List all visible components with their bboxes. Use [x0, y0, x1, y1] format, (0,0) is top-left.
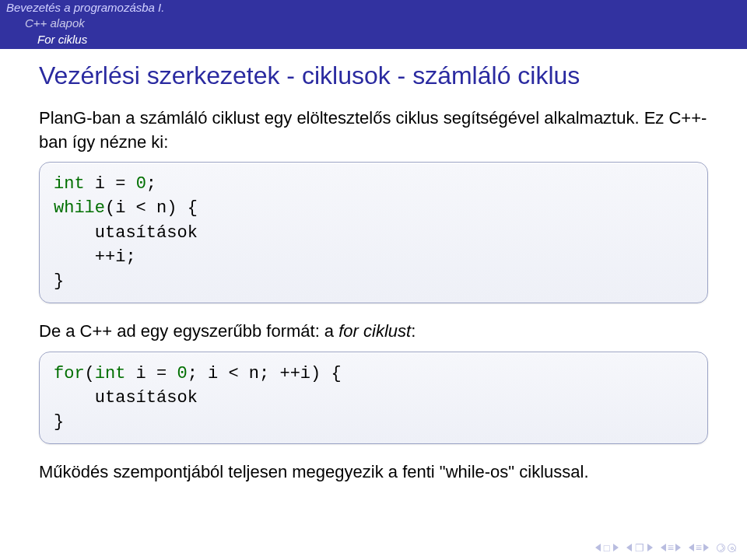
literal-0: 0 — [136, 174, 146, 194]
nav-next-frame-icon — [647, 544, 653, 551]
keyword-for: for — [54, 364, 85, 383]
code-block-2: for(int i = 0; i < n; ++i) { utasítások … — [39, 352, 708, 445]
beamer-nav: □ ❐ ≡ ≡ — [595, 541, 736, 554]
code-text: } — [54, 412, 64, 432]
header-line-2: C++ alapok — [6, 16, 741, 31]
code-text: i = — [85, 174, 136, 194]
code-text: ( — [85, 364, 95, 383]
nav-next-slide-icon — [613, 544, 619, 551]
keyword-int: int — [54, 174, 85, 194]
nav-subsection-icon: ≡ — [696, 541, 702, 554]
paragraph-3: Működés szempontjából teljesen megegyezi… — [39, 460, 708, 484]
code-block-1: int i = 0; while(i < n) { utasítások ++i… — [39, 162, 708, 303]
nav-slide-group[interactable]: □ — [595, 542, 619, 554]
code-text: utasítások — [54, 223, 198, 243]
nav-slide-icon: □ — [602, 542, 612, 554]
slide-content: PlanG-ban a számláló ciklust egy elöltes… — [0, 95, 747, 485]
paragraph-2: De a C++ ad egy egyszerűbb formát: a for… — [39, 319, 708, 343]
nav-section-icon: ≡ — [668, 541, 674, 554]
code-text: ; — [146, 174, 156, 194]
nav-section-group[interactable]: ≡ — [661, 541, 681, 554]
code-text: utasítások — [54, 388, 198, 408]
paragraph-1: PlanG-ban a számláló ciklust egy elöltes… — [39, 106, 708, 154]
header-line-1: Bevezetés a programozásba I. — [6, 0, 741, 16]
para2-text-c: : — [411, 321, 416, 341]
slide-header: Bevezetés a programozásba I. C++ alapok … — [0, 0, 747, 49]
nav-search-icon — [728, 544, 736, 552]
header-line-3: For ciklus — [6, 32, 741, 47]
nav-prev-subsection-icon — [689, 544, 694, 551]
code-text: } — [54, 271, 64, 291]
nav-aux-group[interactable] — [717, 544, 736, 552]
code-text: ++i; — [54, 247, 136, 267]
code-text: (i < n) { — [105, 198, 198, 218]
code-text: ; i < n; ++i) { — [188, 364, 342, 383]
nav-subsection-group[interactable]: ≡ — [689, 541, 709, 554]
nav-frame-group[interactable]: ❐ — [626, 542, 653, 554]
slide-title: Vezérlési szerkezetek - ciklusok - száml… — [0, 49, 747, 95]
para2-text-a: De a C++ ad egy egyszerűbb formát: a — [39, 321, 338, 341]
keyword-int-2: int — [95, 364, 126, 383]
para2-emph: for ciklust — [338, 321, 411, 341]
nav-next-section-icon — [675, 544, 681, 551]
nav-back-icon — [717, 544, 725, 552]
nav-prev-slide-icon — [595, 544, 601, 551]
nav-prev-frame-icon — [626, 544, 632, 551]
nav-frame-icon: ❐ — [633, 542, 646, 554]
literal-0-2: 0 — [177, 364, 187, 383]
keyword-while: while — [54, 198, 105, 218]
nav-prev-section-icon — [661, 544, 666, 551]
code-text: i = — [125, 364, 177, 383]
nav-next-subsection-icon — [703, 544, 709, 551]
